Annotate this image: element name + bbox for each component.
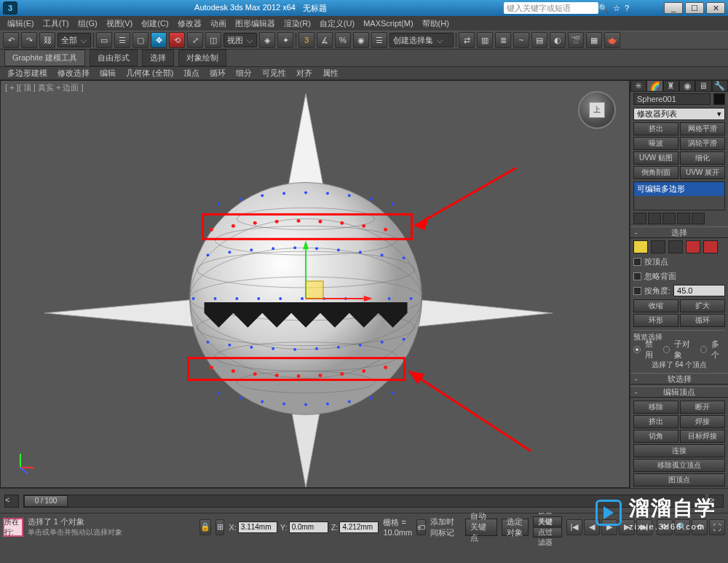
ignore-backface-checkbox[interactable]	[633, 272, 641, 280]
chamfer-button[interactable]: 切角	[633, 430, 678, 443]
modifier-stack[interactable]: 可编辑多边形	[633, 181, 725, 210]
ring-button[interactable]: 环形	[633, 314, 678, 327]
nav-maximize-button[interactable]: ⛶	[709, 519, 725, 535]
ref-coord-combo[interactable]: 视图	[223, 33, 257, 47]
render-setup-button[interactable]: 🎬	[568, 32, 584, 48]
spinner-snap-button[interactable]: ◉	[353, 32, 369, 48]
viewport-top[interactable]: [ + ][ 顶 ] 真实 + 边面 ] 上	[0, 80, 630, 488]
stack-show-button[interactable]	[648, 213, 661, 224]
ribbon-grp-modsel[interactable]: 修改选择	[53, 67, 94, 79]
menu-render[interactable]: 渲染(R)	[281, 17, 314, 31]
maxscript-listener-button[interactable]: 所在行:	[3, 518, 23, 537]
modbtn-uvwunwrap[interactable]: UVW 展开	[680, 166, 725, 179]
ribbon-grp-align[interactable]: 对齐	[292, 67, 317, 79]
remove-iso-button[interactable]: 移除孤立顶点	[633, 459, 725, 472]
ribbon-tab-graphite[interactable]: Graphite 建模工具	[4, 50, 85, 66]
menu-help[interactable]: 帮助(H)	[419, 17, 452, 31]
target-weld-button[interactable]: 目标焊接	[680, 430, 725, 443]
modbtn-extrude[interactable]: 挤出	[633, 122, 678, 135]
time-slider[interactable]: 0 / 100	[23, 495, 705, 508]
coord-z-input[interactable]: 4.212mm	[339, 521, 379, 533]
menu-view[interactable]: 视图(V)	[103, 17, 136, 31]
remove-button[interactable]: 移除	[633, 401, 678, 414]
lock-selection-button[interactable]: 🔒	[199, 519, 211, 535]
timeline-left-button[interactable]: <	[4, 495, 19, 508]
auto-key-button[interactable]: 自动关键点	[465, 519, 497, 536]
signin-icon[interactable]: ☆	[613, 4, 620, 13]
prev-frame-button[interactable]: ◀	[584, 519, 600, 535]
ribbon-tab-selection[interactable]: 选择	[142, 50, 174, 66]
ribbon-grp-subdiv[interactable]: 细分	[232, 67, 256, 79]
tab-motion[interactable]: ◉	[679, 80, 695, 92]
subobj-border-button[interactable]	[668, 240, 683, 253]
named-selection-combo[interactable]: 创建选择集	[389, 33, 454, 47]
modbtn-turbosmooth[interactable]: 涡轮平滑	[680, 137, 725, 150]
help-search-input[interactable]: 键入关键字或短语	[504, 2, 598, 14]
render-frame-button[interactable]: ▦	[586, 32, 602, 48]
coord-y-input[interactable]: 0.0mm	[289, 521, 328, 533]
tab-modify[interactable]: 🌈	[646, 80, 662, 92]
modbtn-uvwmap[interactable]: UVW 贴图	[633, 151, 678, 165]
timeline-right-button[interactable]: >	[709, 495, 724, 508]
menu-customize[interactable]: 自定义(U)	[317, 17, 357, 31]
modbtn-tessellate[interactable]: 细化	[680, 151, 725, 165]
key-filters-button[interactable]: 关键点过滤器	[533, 527, 562, 538]
rollout-editvert-header[interactable]: 编辑顶点	[630, 386, 728, 398]
modifier-list-combo[interactable]: 修改器列表▾	[633, 108, 725, 120]
menu-edit[interactable]: 编辑(E)	[4, 17, 37, 31]
snap-toggle-button[interactable]: 3	[298, 32, 314, 48]
stack-item-editpoly[interactable]: 可编辑多边形	[634, 182, 724, 196]
by-angle-checkbox[interactable]	[633, 287, 641, 295]
ribbon-grp-vertex[interactable]: 顶点	[179, 67, 204, 79]
modbtn-bevelprofile[interactable]: 倒角剖面	[633, 166, 678, 179]
manipulate-button[interactable]: ✦	[277, 32, 293, 48]
subobj-polygon-button[interactable]	[686, 240, 700, 253]
ribbon-grp-polymodel[interactable]: 多边形建模	[3, 67, 52, 79]
app-logo-icon[interactable]: 3	[3, 1, 17, 15]
select-object-button[interactable]: ▭	[96, 32, 112, 48]
menu-group[interactable]: 组(G)	[75, 17, 100, 31]
ribbon-grp-edit[interactable]: 编辑	[95, 67, 120, 79]
redo-button[interactable]: ↷	[21, 32, 37, 48]
render-button[interactable]: 🫖	[604, 32, 620, 48]
select-region-button[interactable]: ▢	[132, 32, 149, 48]
connect-button[interactable]: 连接	[633, 444, 725, 457]
editnamed-button[interactable]: ☰	[371, 32, 387, 48]
menu-graph[interactable]: 图形编辑器	[232, 17, 278, 31]
nav-zoom-button[interactable]: 🔍	[674, 519, 690, 535]
preview-off-radio[interactable]	[633, 346, 641, 353]
curve-editor-button[interactable]: ~	[513, 32, 529, 48]
ribbon-tab-freeform[interactable]: 自由形式	[90, 50, 138, 66]
angle-snap-button[interactable]: ∡	[317, 32, 333, 48]
ribbon-grp-loop[interactable]: 循环	[205, 67, 230, 79]
material-button[interactable]: ◐	[550, 32, 566, 48]
stack-unique-button[interactable]	[662, 213, 676, 224]
selection-filter-combo[interactable]: 全部	[58, 33, 91, 47]
stack-config-button[interactable]	[692, 213, 705, 224]
modbtn-noise[interactable]: 噪波	[633, 137, 678, 150]
by-vertex-checkbox[interactable]	[633, 258, 641, 266]
coord-x-input[interactable]: 3.114mm	[238, 521, 277, 533]
sel-set-button[interactable]: 选定对象	[502, 519, 529, 536]
ribbon-grp-visibility[interactable]: 可见性	[258, 67, 290, 79]
window-maximize-button[interactable]: ☐	[685, 2, 704, 14]
stack-remove-button[interactable]	[677, 213, 690, 224]
extrude-button[interactable]: 挤出	[633, 415, 678, 428]
preview-multi-radio[interactable]	[700, 346, 707, 353]
shrink-button[interactable]: 收缩	[633, 299, 678, 312]
menu-animation[interactable]: 动画	[207, 17, 229, 31]
modbtn-meshsmooth[interactable]: 网格平滑	[680, 122, 725, 135]
remove-unused-button[interactable]: 图顶点	[633, 473, 725, 487]
weld-button[interactable]: 焊接	[680, 415, 725, 428]
align-button[interactable]: ▥	[477, 32, 493, 48]
pivot-button[interactable]: ◈	[259, 32, 275, 48]
menu-tools[interactable]: 工具(T)	[40, 17, 72, 31]
subobj-edge-button[interactable]	[651, 240, 665, 253]
subobj-element-button[interactable]	[703, 240, 718, 253]
preview-subobj-radio[interactable]	[663, 346, 670, 353]
percent-snap-button[interactable]: %	[335, 32, 351, 48]
tab-display[interactable]: 🖥	[695, 80, 711, 92]
angle-spinner[interactable]: 45.0	[673, 285, 725, 296]
rotate-button[interactable]: ⟲	[169, 32, 185, 48]
nav-orbit-button[interactable]: ⟲	[692, 519, 708, 535]
